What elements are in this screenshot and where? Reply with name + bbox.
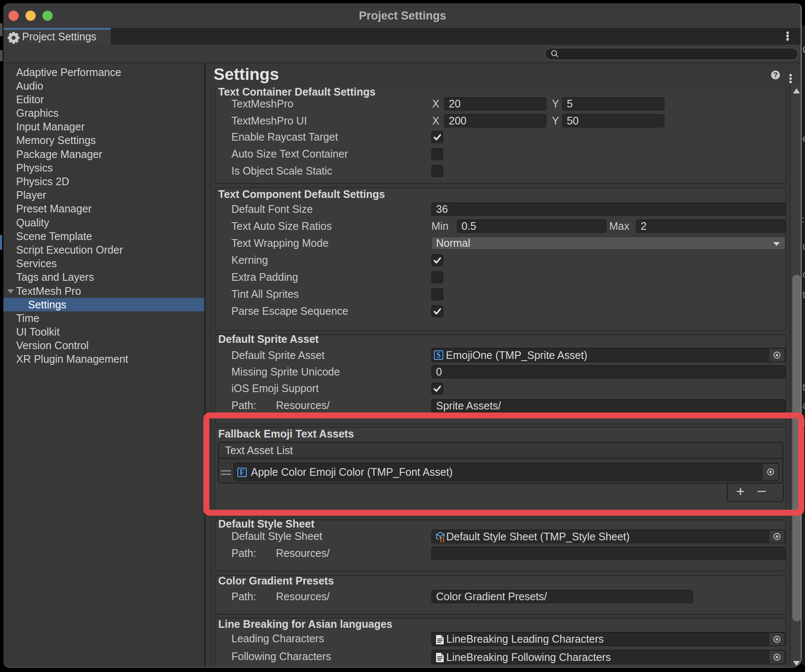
svg-text:{}: {} <box>440 536 445 542</box>
